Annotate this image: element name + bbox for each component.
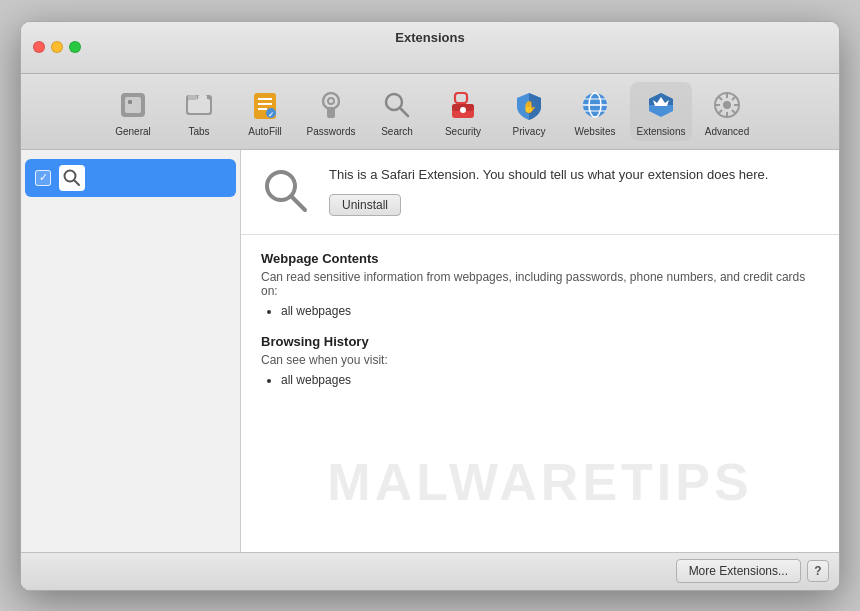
toolbar-item-search[interactable]: Search [366, 82, 428, 141]
permission-desc-history: Can see when you visit: [261, 353, 819, 367]
permission-list-history: all webpages [261, 373, 819, 387]
search-icon [380, 88, 414, 122]
passwords-icon [314, 88, 348, 122]
safari-preferences-window: Extensions General T [20, 21, 840, 591]
extensions-label: Extensions [637, 126, 686, 137]
toolbar-item-general[interactable]: General [102, 82, 164, 141]
svg-line-39 [719, 110, 723, 114]
more-extensions-button[interactable]: More Extensions... [676, 559, 801, 583]
main-panel: MALWARETIPS This is a Safari Extension. … [241, 150, 839, 552]
websites-label: Websites [575, 126, 616, 137]
svg-rect-4 [188, 99, 210, 113]
permission-list-webpage: all webpages [261, 304, 819, 318]
permission-title-webpage: Webpage Contents [261, 251, 819, 266]
window-title: Extensions [395, 30, 464, 45]
svg-rect-18 [455, 93, 467, 103]
toolbar-item-security[interactable]: Security [432, 82, 494, 141]
minimize-button[interactable] [51, 41, 63, 53]
privacy-label: Privacy [513, 126, 546, 137]
sidebar: ✓ [21, 150, 241, 552]
tabs-icon [182, 88, 216, 122]
toolbar-item-tabs[interactable]: Tabs [168, 82, 230, 141]
tabs-label: Tabs [188, 126, 209, 137]
autofill-label: AutoFill [248, 126, 281, 137]
toolbar-item-privacy[interactable]: ✋ Privacy [498, 82, 560, 141]
svg-rect-6 [198, 95, 207, 100]
svg-line-17 [400, 108, 408, 116]
autofill-icon: ✓ [248, 88, 282, 122]
svg-text:✋: ✋ [522, 99, 537, 114]
svg-line-38 [732, 96, 736, 100]
advanced-label: Advanced [705, 126, 749, 137]
svg-point-13 [323, 93, 339, 109]
privacy-icon: ✋ [512, 88, 546, 122]
svg-line-43 [291, 196, 305, 210]
ext-description: This is a Safari Extension. You should t… [329, 166, 819, 184]
sidebar-item-search-ext[interactable]: ✓ [25, 159, 236, 197]
passwords-label: Passwords [307, 126, 356, 137]
ext-sidebar-icon [59, 165, 85, 191]
maximize-button[interactable] [69, 41, 81, 53]
ext-header: This is a Safari Extension. You should t… [241, 150, 839, 235]
toolbar-item-autofill[interactable]: ✓ AutoFill [234, 82, 296, 141]
general-label: General [115, 126, 151, 137]
svg-rect-5 [188, 95, 197, 100]
help-button[interactable]: ? [807, 560, 829, 582]
svg-rect-2 [128, 100, 132, 104]
security-icon [446, 88, 480, 122]
svg-line-37 [732, 110, 736, 114]
ext-checkbox[interactable]: ✓ [35, 170, 51, 186]
toolbar-item-advanced[interactable]: Advanced [696, 82, 758, 141]
extensions-icon [644, 88, 678, 122]
ext-info: This is a Safari Extension. You should t… [329, 166, 819, 216]
permission-title-history: Browsing History [261, 334, 819, 349]
svg-text:✓: ✓ [268, 111, 274, 118]
toolbar-item-websites[interactable]: Websites [564, 82, 626, 141]
svg-point-15 [328, 98, 334, 104]
permission-desc-webpage: Can read sensitive information from webp… [261, 270, 819, 298]
search-label: Search [381, 126, 413, 137]
advanced-icon [710, 88, 744, 122]
general-icon [116, 88, 150, 122]
svg-point-31 [723, 101, 731, 109]
permission-section-webpage: Webpage Contents Can read sensitive info… [261, 251, 819, 318]
toolbar: General Tabs ✓ [21, 74, 839, 150]
svg-line-36 [719, 96, 723, 100]
close-button[interactable] [33, 41, 45, 53]
svg-rect-1 [125, 97, 141, 113]
svg-point-21 [460, 107, 466, 113]
permissions-area: Webpage Contents Can read sensitive info… [241, 235, 839, 552]
bottom-bar: More Extensions... ? [21, 552, 839, 590]
websites-icon [578, 88, 612, 122]
content-area: ✓ MALWARETIPS [21, 150, 839, 552]
traffic-lights [33, 41, 81, 53]
toolbar-item-extensions[interactable]: Extensions [630, 82, 692, 141]
titlebar: Extensions [21, 22, 839, 74]
toolbar-item-passwords[interactable]: Passwords [300, 82, 362, 141]
security-label: Security [445, 126, 481, 137]
ext-big-icon [261, 166, 313, 218]
uninstall-button[interactable]: Uninstall [329, 194, 401, 216]
list-item: all webpages [281, 304, 819, 318]
permission-section-history: Browsing History Can see when you visit:… [261, 334, 819, 387]
svg-line-41 [74, 180, 79, 185]
list-item: all webpages [281, 373, 819, 387]
svg-rect-14 [327, 107, 335, 118]
